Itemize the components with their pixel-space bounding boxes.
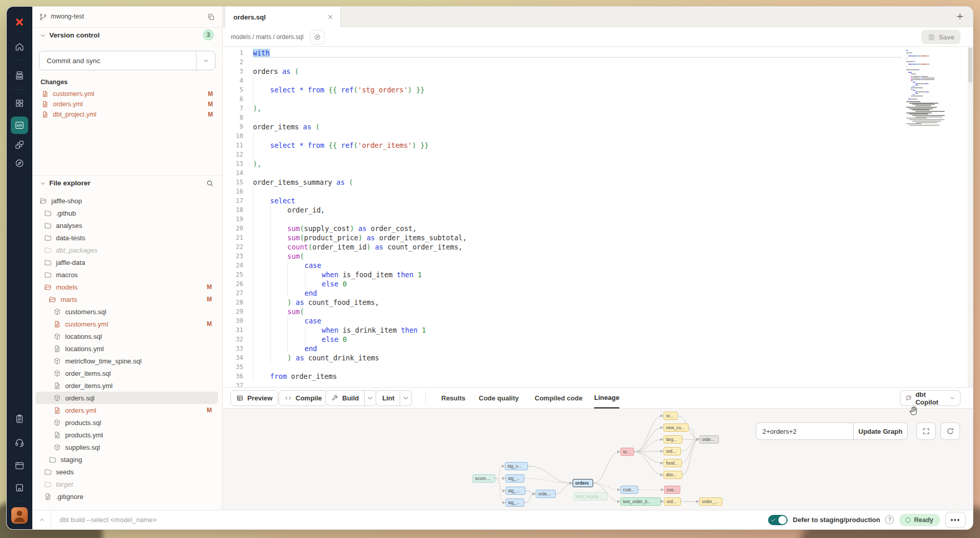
code-line[interactable] <box>253 168 467 178</box>
code-line[interactable]: ), <box>253 104 467 113</box>
code-line[interactable] <box>253 57 467 67</box>
code-line[interactable] <box>253 381 467 387</box>
branch-compare-icon[interactable] <box>11 136 28 153</box>
change-item[interactable]: dbt_project.ymlM <box>32 109 222 120</box>
expand-command-bar-button[interactable] <box>32 510 51 529</box>
command-input[interactable]: dbt build --select <model_name> <box>60 516 156 524</box>
update-graph-button[interactable]: Update Graph <box>853 423 907 439</box>
dbt-logo[interactable] <box>11 13 28 31</box>
build-button[interactable]: Build <box>325 390 377 406</box>
ide-icon[interactable] <box>11 117 28 134</box>
search-icon[interactable] <box>206 179 214 187</box>
clipboard-icon[interactable] <box>11 410 28 428</box>
close-icon[interactable] <box>327 13 334 21</box>
lineage-node-ts[interactable]: test_supply... <box>574 492 607 501</box>
lineage-node-y2[interactable]: new_cu... <box>663 424 689 432</box>
tab-results[interactable]: Results <box>441 388 465 409</box>
code-line[interactable]: end <box>253 344 467 353</box>
tree-item-macros[interactable]: macros <box>35 268 218 281</box>
info-icon[interactable]: ? <box>885 515 894 524</box>
copy-icon[interactable] <box>207 13 215 21</box>
tree-item-supplies-sql[interactable]: supplies.sql <box>35 441 218 453</box>
code-line[interactable]: order_items as ( <box>253 122 467 131</box>
lineage-node-y1[interactable]: or... <box>663 412 678 420</box>
code-line[interactable]: when is_food_item then 1 <box>253 270 467 279</box>
warehouse-icon[interactable] <box>11 67 28 84</box>
change-item[interactable]: customers.ymlM <box>32 89 222 99</box>
more-options-button[interactable]: ••• <box>945 512 966 528</box>
code-line[interactable] <box>253 131 467 141</box>
change-item[interactable]: orders.ymlM <box>32 99 222 109</box>
version-control-title[interactable]: Version control <box>49 31 100 39</box>
tree-item-orders-yml[interactable]: orders.ymlM <box>35 404 218 416</box>
commit-and-sync-button[interactable]: Commit and sync <box>39 51 215 70</box>
lineage-node-s2[interactable]: stg_... <box>505 474 524 483</box>
tab-code-quality[interactable]: Code quality <box>479 388 519 409</box>
code-line[interactable]: sum(supply_cost) as order_cost, <box>253 224 467 233</box>
support-headset-icon[interactable] <box>11 434 28 451</box>
code-line[interactable]: select * from {{ ref('order_items') }} <box>253 141 467 150</box>
branch-name[interactable]: mwong-test <box>51 13 84 20</box>
tree-item-staging[interactable]: staging <box>35 453 218 466</box>
tree-item-marts[interactable]: martsM <box>35 293 218 305</box>
dbt-copilot-button[interactable]: dbt Copilot <box>900 390 961 406</box>
code-line[interactable]: sum( <box>253 252 467 261</box>
tree-item-products-sql[interactable]: products.sql <box>35 416 218 429</box>
new-tab-plus-icon[interactable] <box>955 12 965 21</box>
compile-button[interactable]: Compile <box>279 390 327 406</box>
code-line[interactable]: from order_items <box>253 372 467 381</box>
code-line[interactable]: ) as count_food_items, <box>253 298 467 307</box>
code-line[interactable] <box>253 215 467 224</box>
code-line[interactable]: with <box>253 48 467 57</box>
lineage-node-src[interactable]: ecom.... <box>473 474 495 483</box>
commit-dropdown-toggle[interactable] <box>196 51 215 70</box>
lineage-node-to[interactable]: test_order_it... <box>620 497 661 506</box>
tree-item-order-items-sql[interactable]: order_items.sql <box>35 367 218 379</box>
code-line[interactable]: else 0 <box>253 279 467 289</box>
tree-item-analyses[interactable]: analyses <box>35 219 218 232</box>
code-line[interactable] <box>253 150 467 159</box>
build-dropdown-toggle[interactable] <box>364 391 376 406</box>
code-line[interactable]: ), <box>253 159 467 168</box>
tree-item-order-items-yml[interactable]: order_items.yml <box>35 379 218 392</box>
chevron-down-icon[interactable] <box>40 32 46 39</box>
file-explorer-title[interactable]: File explorer <box>49 179 90 187</box>
code-line[interactable]: sum( <box>253 307 467 316</box>
code-line[interactable]: case <box>253 261 467 270</box>
browser-window-icon[interactable] <box>11 457 28 474</box>
storefront-icon[interactable] <box>11 479 28 496</box>
lineage-node-y3[interactable]: larg... <box>663 435 682 444</box>
lineage-node-om[interactable]: or... <box>620 448 634 456</box>
tree-item-target[interactable]: target <box>35 478 218 490</box>
lineage-node-s1[interactable]: stg_o... <box>505 462 528 470</box>
code-line[interactable]: select * from {{ ref('stg_orders') }} <box>253 85 467 94</box>
lineage-node-y7[interactable]: ord... <box>664 497 681 506</box>
tree-item-seeds[interactable]: seeds <box>35 466 218 478</box>
tree-item-locations-yml[interactable]: locations.yml <box>35 342 218 355</box>
explore-lineage-button[interactable] <box>310 30 325 45</box>
lint-button[interactable]: Lint <box>376 390 412 406</box>
code-line[interactable] <box>253 187 467 196</box>
save-button[interactable]: Save <box>922 30 961 44</box>
lineage-node-y6[interactable]: drin... <box>663 471 682 479</box>
lineage-node-ord[interactable]: orders <box>573 479 593 487</box>
fullscreen-button[interactable] <box>916 422 936 440</box>
tree-item-locations-sql[interactable]: locations.sql <box>35 330 218 342</box>
tree-item-models[interactable]: modelsM <box>35 281 218 293</box>
lineage-node-g1[interactable]: orde... <box>699 435 719 444</box>
tree-item-jaffle-data[interactable]: jaffle-data <box>35 256 218 268</box>
code-editor[interactable]: 1234567891011121314151617181920212223242… <box>223 47 973 387</box>
tab-compiled-code[interactable]: Compiled code <box>535 388 582 409</box>
code-line[interactable]: orders as ( <box>253 67 467 76</box>
code-line[interactable]: else 0 <box>253 335 467 344</box>
code-line[interactable]: select <box>253 196 467 205</box>
minimap[interactable] <box>906 50 945 134</box>
code-line[interactable]: count(order_item_id) as count_order_item… <box>253 242 467 252</box>
code-line[interactable] <box>253 113 467 122</box>
lineage-node-p2[interactable]: cus... <box>664 486 680 494</box>
tab-orders-sql[interactable]: orders.sql <box>225 7 341 27</box>
lineage-node-s4[interactable]: stg_... <box>505 498 524 507</box>
explore-compass-icon[interactable] <box>11 155 28 172</box>
scrollbar-track[interactable] <box>968 47 973 387</box>
tree-item--gitignore[interactable]: .gitignore <box>35 490 218 503</box>
